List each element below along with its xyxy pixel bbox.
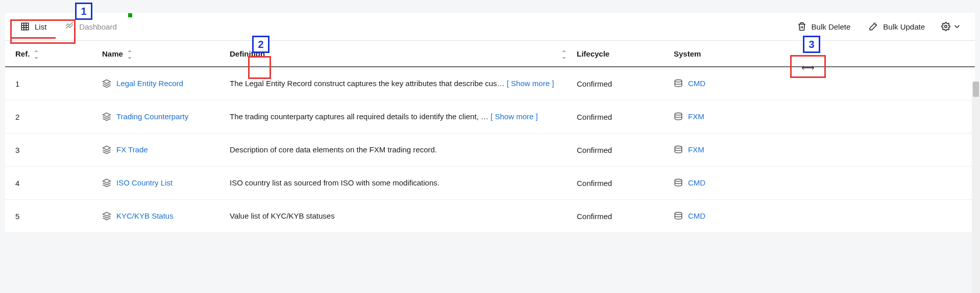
cell-ref: 5 [15, 212, 102, 221]
layers-icon [102, 211, 111, 221]
svg-marker-8 [103, 113, 111, 117]
cell-name: Trading Counterparty [102, 112, 230, 121]
cell-definition: The trading counterparty captures all re… [230, 111, 577, 123]
marker [128, 13, 132, 17]
scroll-thumb[interactable] [973, 82, 979, 97]
cell-lifecycle: Confirmed [577, 146, 674, 154]
system-link[interactable]: CMD [688, 211, 705, 220]
cell-definition: ISO country list as sourced from ISO wit… [230, 177, 577, 189]
sort-icon[interactable]: ⌃⌄ [561, 50, 567, 57]
tab-list-label: List [35, 22, 46, 31]
col-header-definition[interactable]: Definition ⌃⌄ [230, 49, 577, 58]
cell-lifecycle: Confirmed [577, 212, 674, 221]
cell-name: ISO Country List [102, 178, 230, 188]
cell-lifecycle: Confirmed [577, 79, 674, 88]
svg-point-15 [675, 212, 682, 215]
bulk-delete-button[interactable]: Bulk Delete [788, 17, 860, 36]
svg-point-9 [675, 113, 682, 116]
table-row: 4ISO Country ListISO country list as sou… [5, 167, 975, 200]
svg-rect-0 [21, 23, 29, 30]
cell-system: CMD [674, 79, 965, 88]
sort-icon[interactable]: ⌃⌄ [34, 50, 39, 57]
cell-ref: 2 [15, 113, 102, 121]
cell-name: KYC/KYB Status [102, 211, 230, 221]
cell-name: Legal Entity Record [102, 79, 230, 88]
name-link[interactable]: ISO Country List [116, 178, 173, 187]
database-icon [674, 145, 683, 154]
col-header-name[interactable]: Name ⌃⌄ [102, 49, 230, 58]
cell-name: FX Trade [102, 145, 230, 154]
database-icon [674, 211, 683, 221]
cell-lifecycle: Confirmed [577, 179, 674, 188]
system-link[interactable]: FXM [688, 145, 704, 154]
table-header: Ref. ⌃⌄ Name ⌃⌄ Definition ⌃⌄ Lifecycle … [5, 41, 975, 67]
cell-system: FXM [674, 145, 965, 154]
table-body: 1Legal Entity RecordThe Legal Entity Rec… [5, 67, 975, 233]
sort-icon[interactable]: ⌃⌄ [127, 50, 132, 57]
chart-line-icon [65, 22, 74, 31]
tab-dashboard-label: Dashboard [79, 22, 116, 31]
svg-marker-10 [103, 146, 111, 150]
svg-point-11 [675, 146, 682, 149]
tab-list[interactable]: List [11, 15, 56, 38]
svg-point-5 [945, 25, 947, 28]
svg-marker-6 [103, 80, 111, 84]
trash-icon [797, 22, 806, 31]
cell-system: FXM [674, 112, 965, 121]
svg-marker-14 [103, 212, 111, 217]
database-icon [674, 178, 683, 188]
cell-definition: The Legal Entity Record construct captur… [230, 77, 577, 90]
chevron-down-icon [952, 22, 962, 31]
grid-icon [20, 22, 30, 31]
gear-icon [941, 22, 950, 31]
cell-definition: Description of core data elements on the… [230, 144, 577, 156]
system-link[interactable]: CMD [688, 79, 705, 88]
layers-icon [102, 178, 111, 188]
svg-point-13 [675, 179, 682, 182]
col-header-lifecycle[interactable]: Lifecycle [577, 49, 674, 58]
name-link[interactable]: Trading Counterparty [116, 112, 188, 121]
name-link[interactable]: KYC/KYB Status [116, 211, 174, 220]
table-row: 3FX TradeDescription of core data elemen… [5, 134, 975, 167]
svg-point-7 [675, 80, 682, 83]
layers-icon [102, 79, 111, 88]
col-header-system[interactable]: System [674, 49, 965, 58]
cell-system: CMD [674, 211, 965, 221]
wand-icon [869, 22, 878, 31]
layers-icon [102, 112, 111, 121]
bulk-delete-label: Bulk Delete [812, 22, 851, 31]
show-more-link[interactable]: [ Show more ] [507, 79, 554, 88]
system-link[interactable]: FXM [688, 112, 704, 121]
cell-lifecycle: Confirmed [577, 113, 674, 121]
cell-system: CMD [674, 178, 965, 188]
svg-marker-12 [103, 179, 111, 183]
table-row: 1Legal Entity RecordThe Legal Entity Rec… [5, 67, 975, 100]
layers-icon [102, 145, 111, 154]
cell-ref: 4 [15, 179, 102, 188]
database-icon [674, 79, 683, 88]
cell-ref: 3 [15, 146, 102, 154]
show-more-link[interactable]: [ Show more ] [491, 112, 538, 121]
system-link[interactable]: CMD [688, 178, 705, 187]
settings-button[interactable] [934, 17, 969, 36]
bulk-update-label: Bulk Update [883, 22, 925, 31]
scrollbar[interactable] [972, 82, 980, 293]
name-link[interactable]: Legal Entity Record [116, 79, 183, 88]
tab-dashboard[interactable]: Dashboard [56, 15, 126, 38]
cell-ref: 1 [15, 79, 102, 88]
cell-definition: Value list of KYC/KYB statuses [230, 210, 577, 222]
database-icon [674, 112, 683, 121]
tab-bar: List Dashboard Bulk Delete Bulk Update [5, 13, 975, 41]
col-header-ref[interactable]: Ref. ⌃⌄ [15, 49, 102, 58]
table-row: 5KYC/KYB StatusValue list of KYC/KYB sta… [5, 200, 975, 233]
bulk-update-button[interactable]: Bulk Update [860, 17, 934, 36]
name-link[interactable]: FX Trade [116, 145, 148, 154]
table-row: 2Trading CounterpartyThe trading counter… [5, 100, 975, 134]
